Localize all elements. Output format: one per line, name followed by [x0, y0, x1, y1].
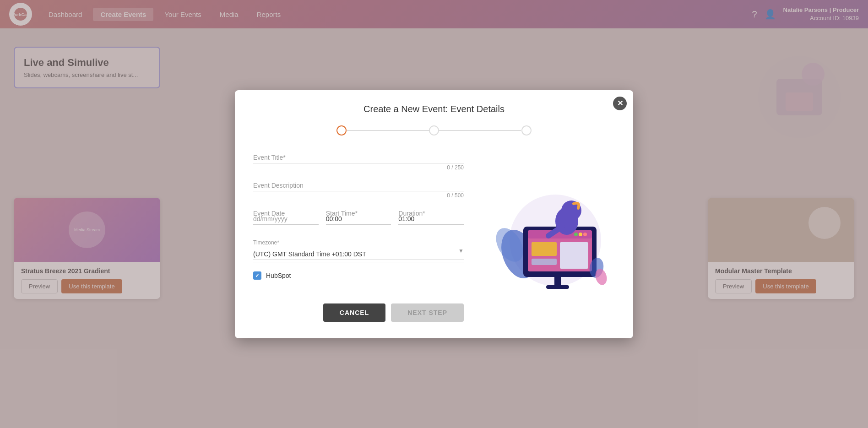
event-date-input[interactable]: [253, 206, 319, 225]
duration-value: 01:00: [398, 215, 414, 222]
next-step-button[interactable]: NEXT STEP: [391, 303, 464, 322]
duration-group: Duration* 01:00: [398, 206, 464, 225]
event-form: 0 / 250 0 / 500 Event Date Start Time* 0…: [253, 150, 464, 322]
step-2: [429, 125, 439, 135]
svg-point-13: [579, 233, 582, 236]
step-3: [521, 125, 532, 135]
svg-rect-20: [546, 285, 569, 289]
timezone-value: (UTC) GMT Standard Time +01:00 DST: [253, 250, 366, 258]
timezone-group: Timezone* (UTC) GMT Standard Time +01:00…: [253, 239, 464, 262]
timezone-dropdown-arrow: ▼: [458, 248, 464, 254]
timezone-label: Timezone*: [253, 239, 464, 246]
svg-rect-16: [532, 242, 557, 256]
modal-body: 0 / 250 0 / 500 Event Date Start Time* 0…: [253, 150, 615, 322]
event-title-group: 0 / 250: [253, 150, 464, 171]
timezone-select[interactable]: (UTC) GMT Standard Time +01:00 DST: [253, 247, 464, 260]
hubspot-label: HubSpot: [266, 272, 291, 279]
start-time-value: 00:00: [326, 215, 342, 222]
svg-rect-18: [532, 259, 557, 265]
event-description-char-count: 0 / 500: [253, 192, 464, 199]
modal-footer: CANCEL NEXT STEP: [253, 296, 464, 322]
step-1: [336, 125, 347, 135]
modal-title: Create a New Event: Event Details: [253, 104, 615, 114]
modal-close-button[interactable]: ✕: [613, 97, 627, 110]
date-time-row: Event Date Start Time* 00:00 Duration* 0…: [253, 206, 464, 232]
hubspot-checkbox[interactable]: [253, 271, 261, 280]
event-description-input[interactable]: [253, 178, 464, 191]
start-time-group: Start Time* 00:00: [326, 206, 391, 225]
event-date-group: Event Date: [253, 206, 319, 225]
event-description-group: 0 / 500: [253, 178, 464, 199]
event-title-char-count: 0 / 250: [253, 164, 464, 171]
event-title-input[interactable]: [253, 150, 464, 163]
cancel-button[interactable]: CANCEL: [323, 303, 385, 322]
stepper: [253, 125, 615, 135]
svg-point-14: [574, 233, 578, 236]
create-event-modal: ✕ Create a New Event: Event Details 0 / …: [235, 90, 633, 338]
svg-point-12: [583, 233, 587, 236]
svg-rect-19: [554, 277, 561, 286]
modal-illustration: [477, 150, 615, 322]
hubspot-row: HubSpot: [253, 271, 464, 280]
svg-rect-17: [560, 242, 588, 269]
